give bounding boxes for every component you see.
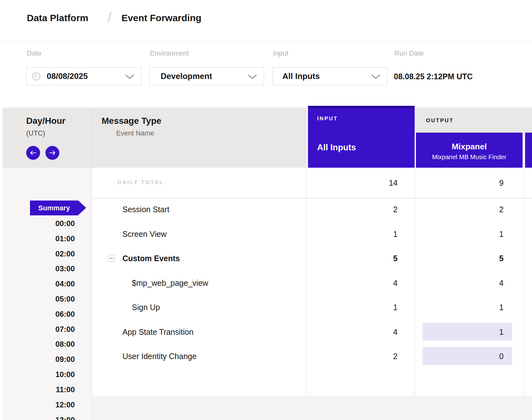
minus-glyph <box>109 258 113 259</box>
collapse-icon[interactable] <box>108 255 115 262</box>
input-count: 2 <box>307 197 398 222</box>
output-count: 2 <box>416 197 504 222</box>
daily-total-output-value: 9 <box>416 178 504 188</box>
page-title: Event Forwarding <box>121 12 201 24</box>
environment-select[interactable]: Development <box>149 67 264 85</box>
arrow-right-icon <box>49 150 56 155</box>
event-name: Session Start <box>122 197 169 222</box>
daily-total-input-value: 14 <box>307 178 398 188</box>
arrow-left-icon <box>30 150 37 155</box>
output-count: 1 <box>416 222 504 246</box>
hour-row-13[interactable]: 13:00 <box>19 415 75 420</box>
hour-row-10[interactable]: 10:00 <box>19 370 75 379</box>
hour-row-12[interactable]: 12:00 <box>19 400 75 410</box>
input-select[interactable]: All Inputs <box>272 67 387 85</box>
input-section-label: INPUT <box>317 116 338 122</box>
output-count: 1 <box>416 320 504 344</box>
event-forwarding-page: Data Platform / Event Forwarding Date En… <box>0 0 532 420</box>
chevron-down-icon <box>371 75 380 79</box>
output-column-header-mixpanel[interactable]: Mixpanel Mixpanel MB Music Finder <box>415 133 523 168</box>
run-date-value: 08.08.25 2:12PM UTC <box>394 72 473 81</box>
output-column-subtitle: Mixpanel MB Music Finder <box>416 153 523 161</box>
event-name: Screen View <box>122 222 167 246</box>
input-value: All Inputs <box>282 68 320 85</box>
breadcrumb-separator: / <box>108 10 112 24</box>
output-count: 4 <box>416 271 504 295</box>
table-row: Session Start 2 2 <box>0 197 532 222</box>
output-count: 0 <box>416 344 504 369</box>
event-name: User Identity Change <box>122 344 197 369</box>
table-row: $mp_web_page_view 4 4 <box>0 271 532 295</box>
input-count: 5 <box>307 246 398 271</box>
input-label: Input <box>273 49 288 57</box>
hour-row-11[interactable]: 11:00 <box>19 385 75 394</box>
header-divider <box>0 41 532 41</box>
environment-label: Environment <box>150 49 189 57</box>
selected-column-indicator <box>308 106 415 108</box>
output-section-label: OUTPUT <box>426 117 454 124</box>
output-count: 5 <box>416 246 504 271</box>
run-date-label: Run Date <box>394 49 424 57</box>
input-count: 4 <box>307 320 398 344</box>
breadcrumb-parent[interactable]: Data Platform <box>27 12 88 24</box>
day-hour-header: Day/Hour <box>26 116 65 126</box>
table-row: App State Transition 4 1 <box>0 320 532 344</box>
input-count: 4 <box>307 271 398 295</box>
output-count: 1 <box>416 295 504 320</box>
table-row: Screen View 1 1 <box>0 222 532 246</box>
input-column-header[interactable]: INPUT All Inputs <box>307 106 415 168</box>
daily-total-label: DAILY TOTAL <box>117 179 164 186</box>
input-column-name: All Inputs <box>317 143 356 153</box>
input-count: 2 <box>307 344 398 369</box>
table-row: User Identity Change 2 0 <box>0 344 532 369</box>
event-name: $mp_web_page_view <box>132 271 208 295</box>
clock-icon <box>32 72 41 81</box>
utc-subtitle: (UTC) <box>26 129 45 137</box>
table-footer-area <box>92 396 532 420</box>
output-column-name: Mixpanel <box>416 142 523 151</box>
chevron-down-icon <box>248 75 257 79</box>
event-name: Custom Events <box>122 246 180 271</box>
chevron-down-icon <box>125 75 134 79</box>
event-name: App State Transition <box>122 320 193 344</box>
date-label: Date <box>27 49 41 57</box>
output-column-header-partial[interactable] <box>524 133 532 168</box>
message-type-header: Message Type <box>102 116 161 126</box>
table-row: Sign Up 1 1 <box>0 295 532 320</box>
date-select[interactable]: 08/08/2025 <box>26 67 141 85</box>
event-name-subtitle: Event Name <box>116 129 154 137</box>
input-count: 1 <box>307 295 398 320</box>
event-name: Sign Up <box>132 295 160 320</box>
table-row-custom-events: Custom Events 5 5 <box>0 246 532 271</box>
date-value: 08/08/2025 <box>47 68 88 85</box>
next-day-button[interactable] <box>45 146 59 160</box>
input-count: 1 <box>307 222 398 246</box>
previous-day-button[interactable] <box>26 146 40 160</box>
environment-value: Development <box>161 68 212 85</box>
